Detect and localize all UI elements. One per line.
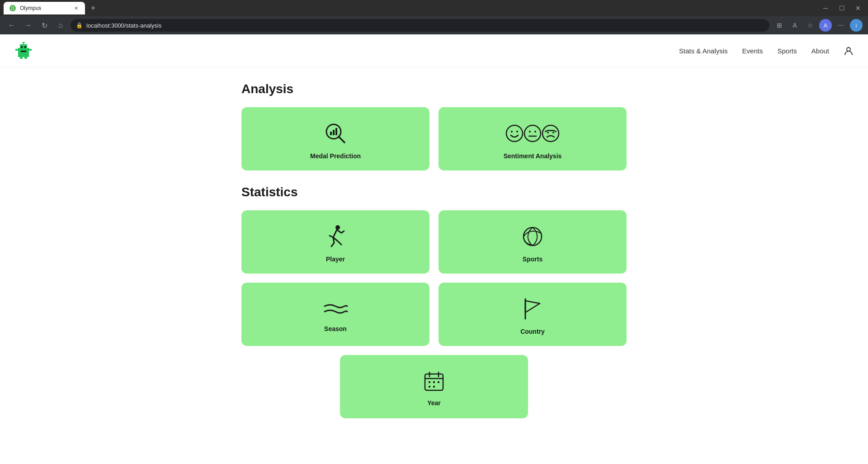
sports-card[interactable]: Sports xyxy=(439,210,627,274)
svg-point-23 xyxy=(516,131,518,133)
year-icon xyxy=(423,370,445,392)
analysis-title: Analysis xyxy=(241,82,627,96)
player-card[interactable]: Player xyxy=(241,210,429,274)
sentiment-analysis-icon xyxy=(505,122,560,145)
svg-rect-6 xyxy=(21,46,23,48)
country-label: Country xyxy=(520,328,545,335)
tab-title: Olympus xyxy=(20,5,41,11)
statistics-row-2: Season Country xyxy=(241,283,627,346)
profile-button[interactable]: A xyxy=(819,19,832,32)
player-icon xyxy=(324,225,347,248)
svg-point-22 xyxy=(511,131,513,133)
navbar-logo[interactable] xyxy=(14,42,33,60)
svg-point-25 xyxy=(529,131,531,133)
svg-point-31 xyxy=(335,225,340,230)
analysis-cards-grid: Medal Prediction xyxy=(241,107,627,170)
restore-button[interactable]: ☐ xyxy=(835,2,848,14)
svg-rect-9 xyxy=(15,49,18,51)
svg-rect-42 xyxy=(433,386,435,388)
back-button[interactable]: ← xyxy=(5,19,18,32)
svg-point-24 xyxy=(524,125,541,142)
app-container: Stats & Analysis Events Sports About Ana… xyxy=(0,34,868,464)
statistics-row-3: Year xyxy=(241,355,627,418)
favorites-button[interactable]: ☆ xyxy=(804,19,816,32)
reload-button[interactable]: ↻ xyxy=(38,19,51,32)
svg-rect-18 xyxy=(330,132,332,135)
forward-button[interactable]: → xyxy=(22,19,34,32)
svg-point-29 xyxy=(547,132,549,133)
svg-rect-20 xyxy=(335,128,337,135)
svg-rect-10 xyxy=(29,49,32,51)
tab-favicon: O xyxy=(9,5,16,12)
svg-rect-39 xyxy=(433,381,435,383)
statistics-row-1: Player Sports xyxy=(241,210,627,274)
svg-point-28 xyxy=(542,125,559,142)
svg-rect-41 xyxy=(429,386,430,388)
menu-button[interactable]: ⋯ xyxy=(835,19,847,32)
sports-icon xyxy=(521,225,544,248)
svg-rect-14 xyxy=(22,42,25,43)
player-label: Player xyxy=(326,256,345,263)
navbar: Stats & Analysis Events Sports About xyxy=(0,34,868,67)
svg-rect-38 xyxy=(429,381,430,383)
nav-events[interactable]: Events xyxy=(742,47,763,55)
svg-point-21 xyxy=(506,125,523,142)
browser-titlebar: O Olympus ✕ + ─ ☐ ✕ xyxy=(0,0,868,16)
country-card[interactable]: Country xyxy=(439,283,627,346)
nav-sports[interactable]: Sports xyxy=(777,47,797,55)
minimize-button[interactable]: ─ xyxy=(819,2,832,14)
svg-rect-11 xyxy=(20,57,23,59)
sports-label: Sports xyxy=(523,256,542,263)
season-icon xyxy=(323,300,348,318)
page-content: Analysis Medal Prediction xyxy=(231,67,637,442)
navbar-links: Stats & Analysis Events Sports About xyxy=(679,46,854,56)
statistics-title: Statistics xyxy=(241,185,627,199)
country-icon xyxy=(522,297,543,321)
close-window-button[interactable]: ✕ xyxy=(852,2,864,14)
sentiment-analysis-card[interactable]: Sentiment Analysis xyxy=(439,107,627,170)
browser-toolbar: ← → ↻ ⌂ 🔒 localhost:3000/stats-analysis … xyxy=(0,16,868,34)
new-tab-button[interactable]: + xyxy=(87,2,99,14)
address-text: localhost:3000/stats-analysis xyxy=(86,22,161,29)
season-label: Season xyxy=(324,325,347,332)
extensions-button[interactable]: ⊞ xyxy=(773,19,786,32)
svg-text:i: i xyxy=(856,24,857,28)
sentiment-analysis-label: Sentiment Analysis xyxy=(504,152,562,160)
svg-rect-8 xyxy=(21,51,26,52)
user-icon[interactable] xyxy=(844,46,854,56)
year-label: Year xyxy=(427,399,441,407)
nav-stats-analysis[interactable]: Stats & Analysis xyxy=(679,47,728,55)
nav-about[interactable]: About xyxy=(811,47,829,55)
svg-rect-12 xyxy=(24,57,27,59)
tab-close-button[interactable]: ✕ xyxy=(72,5,80,12)
medal-prediction-label: Medal Prediction xyxy=(310,152,361,160)
svg-line-17 xyxy=(339,137,344,142)
lock-icon: 🔒 xyxy=(76,22,83,28)
svg-point-30 xyxy=(552,132,554,133)
read-aloud-button[interactable]: A xyxy=(788,19,801,32)
svg-point-26 xyxy=(534,131,536,133)
svg-rect-19 xyxy=(333,130,335,135)
svg-point-15 xyxy=(847,47,850,51)
home-button[interactable]: ⌂ xyxy=(54,19,67,32)
year-card[interactable]: Year xyxy=(340,355,528,418)
season-card[interactable]: Season xyxy=(241,283,429,346)
svg-rect-7 xyxy=(24,46,26,48)
logo-icon xyxy=(14,42,33,60)
active-tab[interactable]: O Olympus ✕ xyxy=(4,2,85,14)
extension-icon[interactable]: i xyxy=(850,19,863,32)
toolbar-right: ⊞ A ☆ A ⋯ i xyxy=(773,19,863,32)
svg-rect-40 xyxy=(438,381,439,383)
medal-prediction-card[interactable]: Medal Prediction xyxy=(241,107,429,170)
browser-chrome: O Olympus ✕ + ─ ☐ ✕ ← → ↻ ⌂ 🔒 localhost:… xyxy=(0,0,868,34)
medal-prediction-icon xyxy=(324,122,347,145)
address-bar[interactable]: 🔒 localhost:3000/stats-analysis xyxy=(71,19,769,32)
svg-text:O: O xyxy=(11,6,14,11)
